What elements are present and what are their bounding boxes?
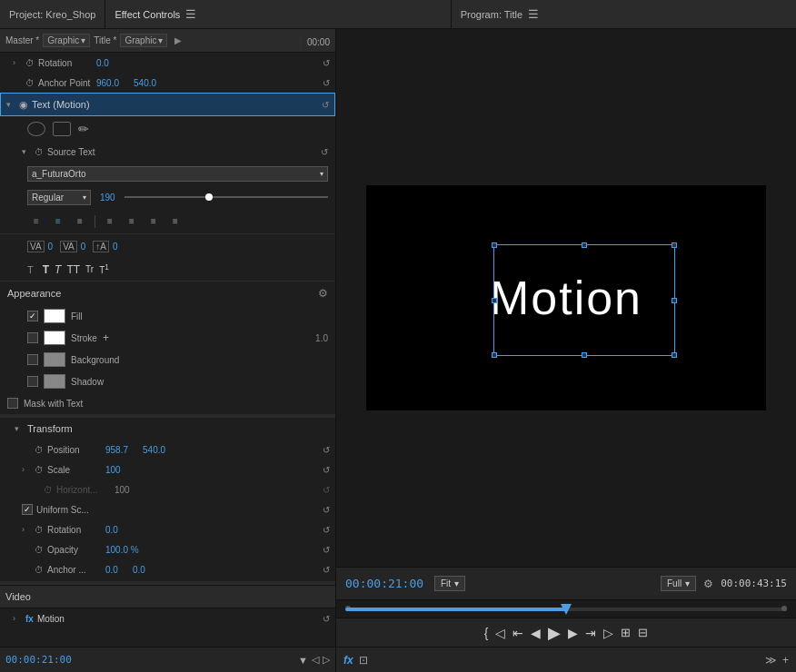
- position-stopwatch-icon[interactable]: ⏱: [35, 445, 44, 455]
- position-x-value[interactable]: 958.7: [105, 445, 128, 455]
- title-graphic-dropdown[interactable]: Graphic ▾: [120, 34, 167, 47]
- source-text-reset-icon[interactable]: ↺: [321, 147, 328, 157]
- rectangle-tool[interactable]: [53, 122, 71, 136]
- next-frame-btn[interactable]: ▶: [568, 626, 578, 640]
- corner-tl[interactable]: [492, 242, 497, 248]
- filter-icon[interactable]: ▼: [298, 655, 308, 666]
- align-left-btn[interactable]: ≡: [27, 212, 45, 231]
- tracking-value[interactable]: 0: [81, 242, 86, 252]
- align-justify-all-btn[interactable]: ≡: [166, 212, 184, 231]
- scale-reset-icon[interactable]: ↺: [323, 465, 330, 475]
- timeline-scrubber[interactable]: [336, 599, 796, 618]
- go-to-in-btn[interactable]: ⇤: [512, 626, 523, 640]
- opacity-value[interactable]: 100.0 %: [105, 545, 139, 555]
- stroke-color-swatch[interactable]: [44, 331, 65, 345]
- uniform-scale-reset-icon[interactable]: ↺: [323, 505, 330, 515]
- anchor-y-value[interactable]: 540.0: [134, 78, 156, 88]
- opacity-reset-icon[interactable]: ↺: [323, 545, 330, 555]
- align-center-btn[interactable]: ≡: [49, 212, 67, 231]
- pen-tool[interactable]: ✏: [78, 122, 89, 136]
- corner-br[interactable]: [672, 352, 677, 358]
- full-dropdown[interactable]: Full ▾: [661, 576, 696, 591]
- kerning-value[interactable]: 0: [48, 242, 54, 252]
- t-rotation-value[interactable]: 0.0: [105, 525, 118, 535]
- t-anchor-y-value[interactable]: 0.0: [133, 565, 145, 575]
- horiz-value[interactable]: 100: [114, 485, 130, 495]
- baseline-value[interactable]: 0: [113, 242, 118, 252]
- t-rotation-reset-icon[interactable]: ↺: [323, 525, 330, 535]
- rotation-expand-icon[interactable]: ›: [13, 58, 22, 67]
- font-size-value[interactable]: 190: [100, 193, 115, 203]
- step-back-frame-btn[interactable]: ◁: [495, 626, 505, 640]
- anchor-reset-icon[interactable]: ↺: [323, 78, 330, 88]
- italic-btn[interactable]: T: [55, 263, 61, 276]
- font-dropdown[interactable]: a_FuturaOrto ▾: [27, 166, 328, 182]
- stroke-checkbox[interactable]: [27, 332, 38, 343]
- rotation-reset-icon[interactable]: ↺: [323, 58, 330, 68]
- fx-motion-reset-icon[interactable]: ↺: [323, 614, 330, 624]
- fx-motion-expand-icon[interactable]: ›: [13, 614, 22, 623]
- transform-expand-icon[interactable]: ▾: [15, 424, 24, 433]
- scale-expand-icon[interactable]: ›: [22, 465, 31, 474]
- shadow-checkbox[interactable]: [27, 376, 38, 387]
- stroke-add-icon[interactable]: +: [103, 331, 109, 344]
- go-to-out-btn[interactable]: ⇥: [585, 626, 596, 640]
- navigate-forward-icon[interactable]: ▷: [323, 654, 330, 666]
- scale-stopwatch-icon[interactable]: ⏱: [35, 465, 44, 475]
- scrubber-track[interactable]: [345, 608, 787, 611]
- t-anchor-reset-icon[interactable]: ↺: [323, 565, 330, 575]
- font-size-slider[interactable]: [124, 196, 328, 198]
- scale-value[interactable]: 100: [105, 465, 121, 475]
- horiz-reset-icon[interactable]: ↺: [323, 485, 330, 495]
- rotation-value[interactable]: 0.0: [96, 58, 109, 68]
- align-justify-right-btn[interactable]: ≡: [144, 212, 163, 231]
- t-rotation-expand-icon[interactable]: ›: [22, 525, 31, 534]
- anchor-x-value[interactable]: 960.0: [96, 78, 119, 88]
- navigate-icon[interactable]: ▶: [174, 35, 182, 45]
- bold-btn[interactable]: T: [43, 263, 49, 276]
- appearance-wrench-icon[interactable]: ⚙: [318, 287, 328, 300]
- play-stop-btn[interactable]: ▶: [548, 623, 561, 643]
- align-right-btn[interactable]: ≡: [71, 212, 89, 231]
- corner-bl[interactable]: [492, 352, 497, 358]
- fx-toggle-btn[interactable]: fx: [343, 654, 353, 667]
- program-monitor-menu-icon[interactable]: ☰: [528, 7, 539, 21]
- prev-frame-btn[interactable]: ◀: [531, 626, 541, 640]
- effect-controls-menu-icon[interactable]: ☰: [185, 7, 196, 21]
- rotation-stopwatch-icon[interactable]: ⏱: [25, 58, 35, 68]
- loop-btn[interactable]: ⊞: [621, 626, 631, 639]
- anchor-stopwatch-icon[interactable]: ⏱: [25, 78, 35, 88]
- mark-in-btn[interactable]: {: [484, 626, 489, 640]
- align-justify-left-btn[interactable]: ≡: [101, 212, 119, 231]
- compare-btn[interactable]: ⊡: [359, 654, 368, 667]
- position-reset-icon[interactable]: ↺: [323, 445, 330, 455]
- navigate-back-icon[interactable]: ◁: [312, 654, 319, 666]
- fit-dropdown[interactable]: Fit ▾: [434, 576, 465, 591]
- source-text-expand-icon[interactable]: ▾: [22, 147, 31, 156]
- t-rotation-stopwatch-icon[interactable]: ⏱: [35, 525, 44, 535]
- timecode-in-display[interactable]: 00:00:21:00: [345, 577, 427, 590]
- shadow-color-swatch[interactable]: [44, 374, 65, 389]
- text-motion-expand-icon[interactable]: ▾: [6, 100, 15, 109]
- superscript-btn[interactable]: T1: [99, 262, 109, 275]
- text-motion-reset-icon[interactable]: ↺: [322, 100, 329, 110]
- small-caps-btn[interactable]: Tr: [85, 264, 94, 274]
- text-motion-eye-icon[interactable]: ◉: [19, 99, 28, 111]
- corner-tr[interactable]: [672, 242, 677, 248]
- corner-bm[interactable]: [582, 352, 587, 358]
- step-fwd-frame-btn[interactable]: ▷: [603, 626, 613, 640]
- t-anchor-stopwatch-icon[interactable]: ⏱: [35, 565, 44, 575]
- uniform-scale-checkbox[interactable]: [22, 504, 33, 515]
- all-caps-btn[interactable]: TT: [66, 263, 80, 276]
- fill-color-swatch[interactable]: [44, 309, 65, 323]
- align-justify-center-btn[interactable]: ≡: [123, 212, 141, 231]
- effect-controls-scroll[interactable]: › ⏱ Rotation 0.0 ↺ › ⏱ Anchor Point 960.…: [0, 53, 335, 647]
- fill-checkbox[interactable]: [27, 311, 38, 321]
- monitor-wrench-icon[interactable]: ⚙: [703, 578, 713, 590]
- style-dropdown[interactable]: Regular ▾: [27, 190, 91, 205]
- background-checkbox[interactable]: [27, 354, 38, 365]
- source-text-stopwatch-icon[interactable]: ⏱: [35, 147, 44, 157]
- horiz-stopwatch-icon[interactable]: ⏱: [44, 485, 53, 495]
- add-btn[interactable]: +: [782, 654, 789, 667]
- opacity-stopwatch-icon[interactable]: ⏱: [35, 545, 44, 555]
